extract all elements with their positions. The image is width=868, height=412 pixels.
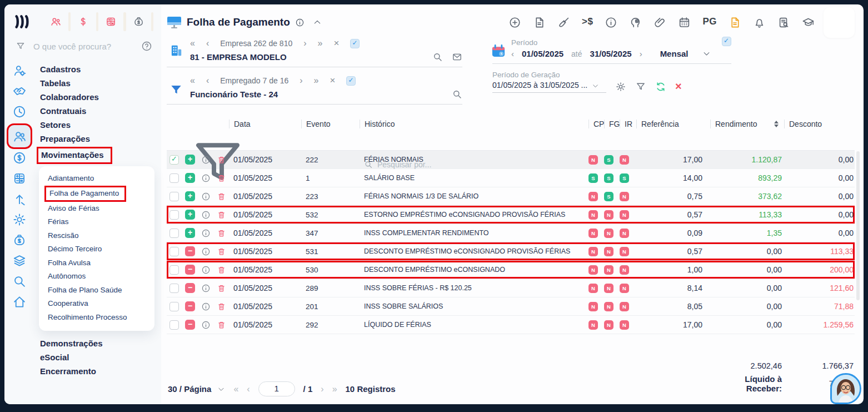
table-row[interactable]: − 01/05/2025 201 INSS SOBRE SALÁRIOS N N… [167, 297, 855, 316]
row-delete-icon[interactable] [217, 265, 226, 275]
sidebar-item-preparacoes[interactable]: Preparações [40, 132, 161, 146]
sidebar-item-adiantamento[interactable]: Adiantamento [48, 172, 154, 186]
calculator2-icon[interactable] [12, 171, 27, 186]
sidebar-item-setores[interactable]: Setores [40, 118, 161, 132]
sidebar-item-encerramento[interactable]: Encerramento [40, 364, 161, 378]
row-info-icon[interactable] [201, 284, 211, 293]
user-avatar[interactable] [830, 373, 861, 404]
sidebar-item-folha-avulsa[interactable]: Folha Avulsa [48, 256, 154, 270]
row-sign-button[interactable]: − [185, 246, 195, 256]
finance-icon[interactable] [12, 151, 27, 165]
row-sign-button[interactable]: − [185, 320, 195, 330]
period-start-date[interactable]: 01/05/2025 [522, 49, 563, 58]
sidebar-item-recolhimento-processo[interactable]: Recolhimento Processo [48, 311, 154, 325]
assistant-icon[interactable] [629, 16, 642, 29]
row-checkbox[interactable] [169, 302, 179, 311]
period-next-button[interactable]: › [640, 49, 642, 58]
row-sign-button[interactable]: + [185, 155, 195, 165]
row-info-icon[interactable] [201, 320, 211, 330]
period-checkbox[interactable] [722, 37, 731, 46]
row-checkbox[interactable] [169, 210, 179, 220]
add-icon[interactable] [508, 16, 521, 29]
row-checkbox[interactable] [169, 284, 179, 293]
row-sign-button[interactable]: − [185, 301, 195, 311]
table-row[interactable]: + 01/05/2025 532 ESTORNO EMPRÉSTIMO eCON… [167, 206, 855, 224]
partnership-icon[interactable] [12, 84, 27, 98]
help-icon[interactable] [141, 41, 152, 52]
row-delete-icon[interactable] [217, 210, 226, 220]
sidebar-search-input[interactable]: O que você procura? [33, 42, 141, 51]
home-icon[interactable] [12, 295, 27, 309]
page-number-input[interactable]: 1 [258, 381, 295, 396]
employee-checkbox[interactable] [346, 76, 356, 86]
notes-icon[interactable] [729, 16, 741, 29]
audit-icon[interactable] [777, 16, 790, 29]
info-icon[interactable] [605, 16, 617, 29]
calendar-icon[interactable] [678, 16, 691, 29]
row-info-icon[interactable] [201, 229, 211, 238]
pg-icon[interactable]: PG [702, 16, 717, 29]
row-info-icon[interactable] [201, 155, 211, 165]
company-search-icon[interactable] [432, 52, 443, 62]
row-checkbox[interactable] [169, 173, 179, 183]
page-size-caret-icon[interactable] [217, 385, 225, 393]
table-row[interactable]: − 01/05/2025 292 LÍQUIDO DE FÉRIAS N N N… [167, 316, 855, 334]
table-row[interactable]: − 01/05/2025 530 DESCONTO EMPRÉSTIMO eCO… [167, 261, 855, 279]
row-sign-button[interactable]: − [185, 265, 195, 275]
row-checkbox[interactable] [169, 247, 179, 256]
row-sign-button[interactable]: + [185, 191, 195, 201]
column-header-cp[interactable]: CP [588, 120, 604, 128]
refresh-icon[interactable] [655, 81, 666, 92]
clear-filter-icon[interactable]: × [675, 81, 682, 92]
company-first-button[interactable]: « [190, 39, 195, 48]
moneybag-module-icon[interactable] [133, 15, 144, 28]
user-config-icon[interactable] [12, 63, 27, 78]
row-delete-icon[interactable] [217, 247, 226, 256]
row-checkbox[interactable] [169, 155, 179, 165]
sidebar-item-contratuais[interactable]: Contratuais [40, 104, 161, 118]
sidebar-item-esocial[interactable]: eSocial [40, 350, 161, 364]
period-prev-button[interactable]: ‹ [511, 49, 514, 58]
row-checkbox[interactable] [169, 229, 179, 238]
period-end-date[interactable]: 31/05/2025 [590, 49, 632, 58]
table-row[interactable]: + 01/05/2025 223 FÉRIAS NORMAIS 1/3 DE S… [167, 187, 855, 206]
row-checkbox[interactable] [169, 265, 179, 275]
search-icon[interactable] [12, 274, 27, 289]
column-header-data[interactable]: Data [229, 120, 301, 128]
funds-icon[interactable] [12, 233, 27, 247]
layers-icon[interactable] [12, 254, 27, 268]
sidebar-item-aviso-de-ferias[interactable]: Aviso de Férias [48, 202, 154, 216]
sidebar-item-decimo-terceiro[interactable]: Décimo Terceiro [48, 242, 154, 256]
history-icon[interactable] [12, 105, 27, 119]
period-mode-caret-icon[interactable] [702, 49, 711, 58]
row-delete-icon[interactable] [217, 284, 226, 293]
top-avatar-placeholder[interactable] [824, 7, 855, 38]
table-row[interactable]: − 01/05/2025 289 INSS SOBRE FÉRIAS - R$ … [167, 279, 855, 297]
sidebar-item-colaboradores[interactable]: Colaboradores [40, 90, 161, 104]
sidebar-item-demonstracoes[interactable]: Demonstrações [40, 336, 161, 350]
settings-icon[interactable] [12, 212, 27, 227]
sidebar-filter-icon[interactable] [16, 41, 26, 51]
sidebar-item-movimentacoes[interactable]: Movimentações [37, 147, 112, 164]
title-info-icon[interactable] [295, 18, 305, 27]
row-delete-icon[interactable] [217, 229, 226, 238]
sidebar-item-cadastros[interactable]: Cadastros [40, 62, 161, 76]
employee-value[interactable]: Funcionário Teste - 24 [190, 90, 443, 99]
row-info-icon[interactable] [201, 302, 211, 311]
generation-period-value[interactable]: 01/05/2025 à 31/05/2025 ... [492, 81, 587, 90]
company-value[interactable]: 81 - EMPRESA MODELO [190, 52, 423, 62]
sort-icon[interactable] [774, 121, 779, 127]
row-info-icon[interactable] [201, 192, 211, 201]
document-icon[interactable] [533, 16, 546, 29]
table-row[interactable]: + 01/05/2025 1 SALÁRIO BASE S S S 14,00 … [167, 169, 855, 187]
row-delete-icon[interactable] [217, 173, 226, 183]
attachment-icon[interactable] [654, 16, 666, 29]
company-prev-button[interactable]: ‹ [206, 39, 209, 48]
sidebar-item-folha-de-plano-saude[interactable]: Folha de Plano Saúde [48, 284, 154, 297]
growth-icon[interactable] [12, 192, 27, 206]
table-row[interactable]: − 01/05/2025 531 DESCONTO EMPRÉSTIMO eCO… [167, 242, 855, 261]
employee-prev-button[interactable]: ‹ [206, 76, 209, 85]
company-clear-icon[interactable]: × [333, 38, 339, 49]
column-header-referencia[interactable]: Referência [636, 120, 710, 128]
generation-settings-icon[interactable] [615, 81, 626, 92]
